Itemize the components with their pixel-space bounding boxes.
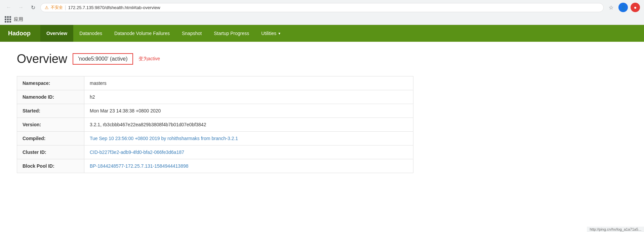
browser-actions: ☆ 👤 ● [606,3,640,12]
table-label-cell: Namenode ID: [17,90,84,104]
hadoop-nav: Hadoop Overview Datanodes Datanode Volum… [0,25,644,42]
table-value-cell: Mon Mar 23 14:38:38 +0800 2020 [84,104,413,118]
browser-chrome: ← → ↻ ⚠ 不安全 | 172.25.7.135:9870/dfshealt… [0,0,644,25]
nav-items: Overview Datanodes Datanode Volume Failu… [40,25,287,42]
nav-item-startup-progress[interactable]: Startup Progress [208,25,255,42]
table-label-cell: Started: [17,104,84,118]
active-link[interactable]: 变为active [138,56,160,62]
profile-button[interactable]: 👤 [618,3,628,12]
table-label-cell: Namespace: [17,76,84,90]
apps-grid-icon [5,16,11,23]
bookmark-button[interactable]: ☆ [606,3,616,12]
reload-button[interactable]: ↻ [28,3,38,12]
address-bar[interactable]: ⚠ 不安全 | 172.25.7.135:9870/dfshealth.html… [40,3,604,12]
table-value-cell: h2 [84,90,413,104]
table-value-cell[interactable]: BP-1844248577-172.25.7.131-1584944413898 [84,159,413,173]
table-row: Namespace:masters [17,76,413,90]
overview-title: Overview [17,52,67,66]
table-row: Compiled:Tue Sep 10 23:56:00 +0800 2019 … [17,132,413,145]
extension-button[interactable]: ● [631,3,640,12]
table-row: Namenode ID:h2 [17,90,413,104]
table-label-cell: Version: [17,118,84,132]
nav-item-utilities[interactable]: Utilities ▼ [255,25,287,42]
bookmarks-bar: 应用 [0,15,644,25]
node-badge: 'node5:9000' (active) [73,53,133,65]
table-label-cell: Compiled: [17,132,84,145]
apps-shortcut[interactable]: 应用 [3,15,25,23]
nav-item-datanodes[interactable]: Datanodes [73,25,108,42]
url-separator: | [65,5,66,10]
nav-item-datanode-volume-failures[interactable]: Datanode Volume Failures [108,25,176,42]
overview-header: Overview 'node5:9000' (active) 变为active [17,52,627,66]
security-icon: ⚠ [45,5,49,10]
table-row: Started:Mon Mar 23 14:38:38 +0800 2020 [17,104,413,118]
table-row: Cluster ID:CID-b227f3e2-adb9-4fd0-bfa2-0… [17,145,413,159]
table-value-cell: 3.2.1, rb3cbbb467e22ea829b3808f4b7b01d07… [84,118,413,132]
main-content: Overview 'node5:9000' (active) 变为active … [0,42,644,210]
table-value-cell[interactable]: Tue Sep 10 23:56:00 +0800 2019 by rohith… [84,132,413,145]
forward-button[interactable]: → [16,3,26,12]
table-label-cell: Cluster ID: [17,145,84,159]
table-value-cell: masters [84,76,413,90]
url-display: 172.25.7.135:9870/dfshealth.html#tab-ove… [68,5,160,10]
nav-item-snapshot[interactable]: Snapshot [176,25,208,42]
nav-item-overview[interactable]: Overview [40,25,73,42]
apps-label: 应用 [14,16,23,23]
table-row: Version:3.2.1, rb3cbbb467e22ea829b3808f4… [17,118,413,132]
back-button[interactable]: ← [4,3,13,12]
security-label: 不安全 [51,5,63,10]
table-value-cell[interactable]: CID-b227f3e2-adb9-4fd0-bfa2-066fe3d6a187 [84,145,413,159]
hadoop-brand[interactable]: Hadoop [0,25,40,42]
table-label-cell: Block Pool ID: [17,159,84,173]
dropdown-arrow-icon: ▼ [278,32,281,35]
info-table: Namespace:mastersNamenode ID:h2Started:M… [17,76,413,173]
browser-toolbar: ← → ↻ ⚠ 不安全 | 172.25.7.135:9870/dfshealt… [0,0,644,15]
table-row: Block Pool ID:BP-1844248577-172.25.7.131… [17,159,413,173]
